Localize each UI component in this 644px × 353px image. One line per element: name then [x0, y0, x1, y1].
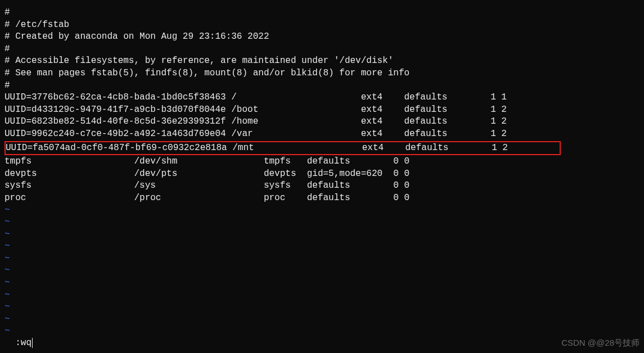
fstab-comment: #: [4, 43, 640, 56]
fstab-entry-root: UUID=3776bc62-62ca-4cb8-bada-1bd0c5f3846…: [4, 92, 640, 104]
fstab-comment: # See man pages fstab(5), findfs(8), mou…: [4, 67, 640, 80]
vi-empty-line-tilde: ~: [4, 241, 640, 253]
vi-empty-line-tilde: ~: [4, 289, 640, 302]
vi-empty-line-tilde: ~: [4, 325, 640, 338]
fstab-comment: # Accessible filesystems, by reference, …: [4, 55, 640, 67]
vi-empty-line-tilde: ~: [4, 277, 640, 289]
vi-empty-line-tilde: ~: [4, 205, 640, 217]
fstab-comment: #: [4, 7, 640, 19]
terminal-viewport[interactable]: # # /etc/fstab # Created by anaconda on …: [4, 7, 640, 338]
vi-empty-line-tilde: ~: [4, 314, 640, 326]
watermark-text: CSDN @@28号技师: [561, 337, 640, 349]
fstab-comment: # /etc/fstab: [4, 19, 640, 31]
fstab-entry-proc: proc /proc proc defaults 0 0: [4, 192, 640, 205]
fstab-entry-sysfs: sysfs /sys sysfs defaults 0 0: [4, 180, 640, 192]
vi-command-text: :wq: [15, 338, 31, 348]
vi-empty-line-tilde: ~: [4, 265, 640, 277]
vi-empty-line-tilde: ~: [4, 253, 640, 265]
vi-empty-line-tilde: ~: [4, 216, 640, 229]
fstab-entry-home: UUID=6823be82-514d-40fe-8c5d-36e29399312…: [4, 116, 640, 128]
vi-empty-line-tilde: ~: [4, 301, 640, 314]
fstab-entry-mnt: UUID=fa5074ad-0cf0-487f-bf69-c0932c2e818…: [6, 142, 560, 155]
fstab-comment: # Created by anaconda on Mon Aug 29 23:1…: [4, 31, 640, 43]
highlighted-entry-box: UUID=fa5074ad-0cf0-487f-bf69-c0932c2e818…: [4, 141, 561, 156]
fstab-comment: #: [4, 80, 640, 92]
vi-command-line[interactable]: :wq: [4, 325, 33, 350]
fstab-entry-devpts: devpts /dev/pts devpts gid=5,mode=620 0 …: [4, 168, 640, 180]
cursor-icon: [32, 338, 33, 348]
fstab-entry-tmpfs: tmpfs /dev/shm tmpfs defaults 0 0: [4, 156, 640, 168]
vi-empty-line-tilde: ~: [4, 229, 640, 241]
fstab-entry-var: UUID=9962c240-c7ce-49b2-a492-1a463d769e0…: [4, 128, 640, 141]
fstab-entry-boot: UUID=d433129c-9479-41f7-a9cb-b3d070f8044…: [4, 104, 640, 116]
